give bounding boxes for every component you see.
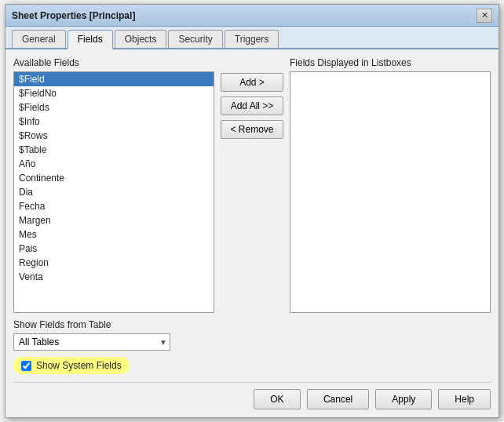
title-bar: Sheet Properties [Principal] ✕ bbox=[5, 5, 499, 27]
fields-section: Available Fields $Field$FieldNo$Fields$I… bbox=[13, 57, 491, 313]
window-title: Sheet Properties [Principal] bbox=[12, 10, 135, 21]
list-item[interactable]: Venta bbox=[14, 270, 214, 284]
ok-button[interactable]: OK bbox=[254, 389, 301, 409]
left-panel: Available Fields $Field$FieldNo$Fields$I… bbox=[13, 57, 214, 313]
list-item[interactable]: Fecha bbox=[14, 199, 214, 213]
content-area: Available Fields $Field$FieldNo$Fields$I… bbox=[5, 49, 499, 417]
list-item[interactable]: Continente bbox=[14, 171, 214, 185]
list-item[interactable]: $Fields bbox=[14, 100, 214, 115]
tab-security[interactable]: Security bbox=[168, 30, 222, 48]
displayed-fields-label: Fields Displayed in Listboxes bbox=[290, 57, 491, 68]
main-window: Sheet Properties [Principal] ✕ GeneralFi… bbox=[5, 4, 499, 418]
tab-bar: GeneralFieldsObjectsSecurityTriggers bbox=[5, 27, 499, 49]
show-system-fields-label[interactable]: Show System Fields bbox=[36, 360, 122, 371]
help-button[interactable]: Help bbox=[438, 389, 491, 409]
close-button[interactable]: ✕ bbox=[477, 9, 492, 23]
table-dropdown-container: All Tables ▼ bbox=[13, 333, 170, 351]
list-item[interactable]: $Rows bbox=[14, 129, 214, 143]
add-all-button[interactable]: Add All >> bbox=[221, 96, 283, 115]
show-system-fields-row: Show System Fields bbox=[13, 357, 130, 374]
middle-buttons: Add > Add All >> < Remove bbox=[221, 57, 283, 313]
tab-objects[interactable]: Objects bbox=[115, 30, 167, 48]
list-item[interactable]: Margen bbox=[14, 213, 214, 227]
tab-general[interactable]: General bbox=[12, 30, 66, 48]
right-panel: Fields Displayed in Listboxes bbox=[290, 57, 491, 313]
list-item[interactable]: Pais bbox=[14, 242, 214, 256]
add-button[interactable]: Add > bbox=[221, 73, 283, 92]
list-item[interactable]: $Field bbox=[14, 72, 214, 86]
list-item[interactable]: $Table bbox=[14, 143, 214, 157]
tab-triggers[interactable]: Triggers bbox=[225, 30, 279, 48]
show-system-fields-checkbox[interactable] bbox=[21, 361, 31, 371]
available-fields-listbox[interactable]: $Field$FieldNo$Fields$Info$Rows$TableAño… bbox=[13, 71, 214, 313]
list-item[interactable]: Año bbox=[14, 157, 214, 171]
list-item[interactable]: Dia bbox=[14, 185, 214, 199]
list-item[interactable]: $FieldNo bbox=[14, 86, 214, 100]
list-item[interactable]: $Info bbox=[14, 115, 214, 129]
bottom-section: Show Fields from Table All Tables ▼ Show… bbox=[13, 319, 491, 374]
remove-button[interactable]: < Remove bbox=[221, 120, 283, 139]
show-fields-label: Show Fields from Table bbox=[13, 319, 491, 330]
footer-buttons: OK Cancel Apply Help bbox=[13, 382, 491, 409]
cancel-button[interactable]: Cancel bbox=[307, 389, 369, 409]
displayed-fields-listbox[interactable] bbox=[290, 71, 491, 313]
tab-fields[interactable]: Fields bbox=[68, 30, 113, 49]
list-item[interactable]: Mes bbox=[14, 227, 214, 242]
apply-button[interactable]: Apply bbox=[375, 389, 432, 409]
table-dropdown[interactable]: All Tables bbox=[13, 333, 170, 351]
available-fields-label: Available Fields bbox=[13, 57, 214, 68]
list-item[interactable]: Region bbox=[14, 256, 214, 270]
